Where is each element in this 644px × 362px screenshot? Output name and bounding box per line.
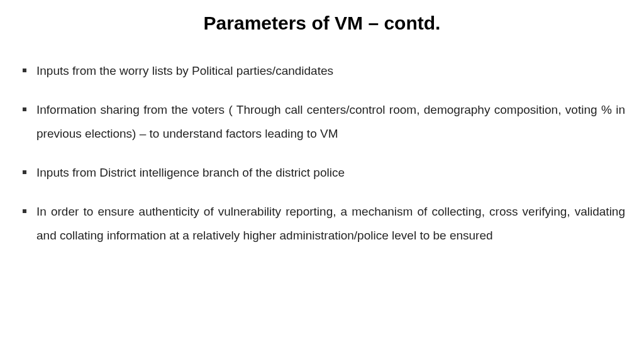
square-bullet-icon — [23, 107, 26, 111]
list-item-text: Inputs from District intelligence branch… — [36, 166, 345, 179]
list-item-text: Inputs from the worry lists by Political… — [36, 64, 333, 77]
list-item-text: In order to ensure authenticity of vulne… — [36, 205, 625, 242]
list-item: Inputs from the worry lists by Political… — [19, 59, 625, 83]
square-bullet-icon — [23, 170, 26, 174]
list-item-text: Information sharing from the voters ( Th… — [36, 103, 625, 140]
list-item: Information sharing from the voters ( Th… — [19, 98, 625, 146]
square-bullet-icon — [23, 209, 26, 213]
list-item: In order to ensure authenticity of vulne… — [19, 200, 625, 248]
square-bullet-icon — [23, 69, 26, 72]
page-title: Parameters of VM – contd. — [19, 13, 625, 34]
bullet-list: Inputs from the worry lists by Political… — [19, 59, 625, 248]
list-item: Inputs from District intelligence branch… — [19, 161, 625, 185]
